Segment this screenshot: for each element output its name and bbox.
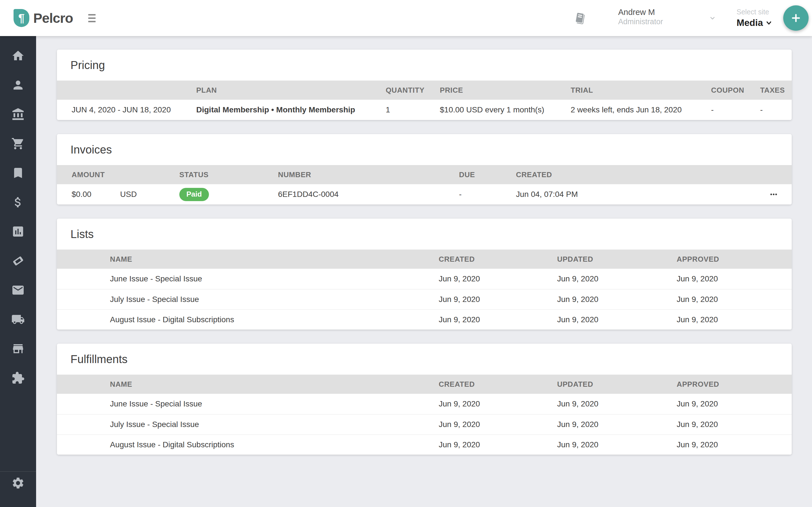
sidebar-item-shipping[interactable] [0,313,36,326]
pelcro-logo[interactable]: ¶ Pelcro [13,9,73,27]
fulfillment-updated: Jun 9, 2020 [557,399,677,408]
fulfillments-card: Fulfillments NAME CREATED UPDATED APPROV… [57,344,792,455]
top-header: ¶ Pelcro Andrew M Administrator [0,0,812,36]
fulfillment-created: Jun 9, 2020 [439,399,557,408]
list-name: August Issue - Digital Subscriptions [110,315,439,324]
pricing-row: JUN 4, 2020 - JUN 18, 2020 Digital Membe… [57,100,792,120]
column-coupon: COUPON [711,86,760,95]
list-created: Jun 9, 2020 [439,274,557,283]
pricing-trial: 2 weeks left, ends Jun 18, 2020 [571,105,711,114]
fulfillment-updated: Jun 9, 2020 [557,420,677,429]
list-name: July Issue - Special Issue [110,295,439,304]
mail-icon [11,283,25,297]
cart-icon [11,137,25,151]
column-updated: UPDATED [557,255,677,264]
sidebar-item-bank[interactable] [0,108,36,121]
column-approved: APPROVED [677,255,792,264]
invoice-number: 6EF1DD4C-0004 [278,190,459,199]
site-selector[interactable]: Select site Media [737,8,772,29]
list-approved: Jun 9, 2020 [677,295,792,304]
dollar-icon [11,195,25,209]
sidebar-item-mail[interactable] [0,283,36,297]
home-icon [11,49,25,62]
gear-icon [11,476,25,490]
topbar-right: Andrew M Administrator Select site Media [573,5,809,31]
sidebar-item-home[interactable] [0,49,36,62]
pricing-price: $10.00 USD every 1 month(s) [440,105,571,114]
invoice-due: - [459,190,516,199]
fulfillment-created: Jun 9, 2020 [439,440,557,449]
invoice-created: Jun 04, 07:04 PM [516,190,768,199]
logo-text: Pelcro [33,10,73,26]
bookmark-icon [11,166,25,180]
list-updated: Jun 9, 2020 [557,295,677,304]
column-plan: PLAN [196,86,386,95]
column-name: NAME [110,255,439,264]
puzzle-icon [11,371,25,385]
sidebar-divider [0,471,36,472]
logo-glyph: ¶ [18,12,24,24]
book-icon [573,11,587,25]
sidebar-item-orders[interactable] [0,137,36,151]
column-created: CREATED [439,255,557,264]
truck-icon [11,313,25,326]
lists-card: Lists NAME CREATED UPDATED APPROVED June… [57,219,792,330]
pricing-taxes: - [760,105,792,114]
add-button[interactable] [783,5,809,31]
sidebar-item-store[interactable] [0,342,36,355]
column-number: NUMBER [278,170,459,179]
store-icon [11,342,25,355]
fulfillment-approved: Jun 9, 2020 [677,420,792,429]
fulfillment-row[interactable]: June Issue - Special Issue Jun 9, 2020 J… [57,394,792,414]
pricing-table-header: PLAN QUANTITY PRICE TRIAL COUPON TAXES [57,80,792,100]
list-created: Jun 9, 2020 [439,315,557,324]
list-updated: Jun 9, 2020 [557,315,677,324]
caret-down-icon [765,19,772,26]
chevron-down-icon [708,14,717,22]
sidebar-item-customers[interactable] [0,78,36,92]
pelcro-logo-icon: ¶ [13,9,29,27]
sidebar-item-coupons[interactable] [0,254,36,268]
bank-icon [11,108,25,121]
fulfillments-title: Fulfillments [57,344,792,375]
sidebar-item-subscriptions[interactable] [0,166,36,180]
fulfillment-approved: Jun 9, 2020 [677,440,792,449]
column-trial: TRIAL [571,86,711,95]
sidebar-item-payments[interactable] [0,195,36,209]
list-row[interactable]: July Issue - Special Issue Jun 9, 2020 J… [57,289,792,309]
fulfillment-approved: Jun 9, 2020 [677,399,792,408]
lists-table-header: NAME CREATED UPDATED APPROVED [57,249,792,269]
stats-icon [11,225,25,238]
invoice-status: Paid [179,188,278,201]
main-content: Pricing PLAN QUANTITY PRICE TRIAL COUPON… [36,36,812,469]
fulfillment-row[interactable]: August Issue - Digital Subscriptions Jun… [57,434,792,455]
invoice-amount: $0.00 [71,190,120,199]
documentation-button[interactable] [573,11,587,25]
fulfillment-name: July Issue - Special Issue [110,420,439,429]
invoice-actions-button[interactable] [768,188,779,201]
invoice-row[interactable]: $0.00 USD Paid 6EF1DD4C-0004 - Jun 04, 0… [57,184,792,205]
fulfillment-row[interactable]: July Issue - Special Issue Jun 9, 2020 J… [57,414,792,434]
lists-title: Lists [57,219,792,249]
sidebar-item-stats[interactable] [0,225,36,238]
list-approved: Jun 9, 2020 [677,315,792,324]
site-selector-label: Select site [737,8,772,16]
column-approved: APPROVED [677,380,792,389]
list-row[interactable]: June Issue - Special Issue Jun 9, 2020 J… [57,269,792,289]
column-updated: UPDATED [557,380,677,389]
list-approved: Jun 9, 2020 [677,274,792,283]
user-names: Andrew M Administrator [618,7,708,27]
list-row[interactable]: August Issue - Digital Subscriptions Jun… [57,309,792,330]
sidebar-item-integrations[interactable] [0,371,36,385]
invoices-card: Invoices AMOUNT STATUS NUMBER DUE CREATE… [57,134,792,205]
column-created: CREATED [516,170,768,179]
user-menu[interactable]: Andrew M Administrator [618,9,717,27]
user-role: Administrator [618,17,708,27]
sidebar-item-settings[interactable] [0,476,36,490]
column-created: CREATED [439,380,557,389]
site-selector-value: Media [737,17,763,28]
fulfillment-name: June Issue - Special Issue [110,399,439,408]
menu-toggle-button[interactable] [88,12,101,24]
list-name: June Issue - Special Issue [110,274,439,283]
invoice-currency: USD [120,190,179,199]
